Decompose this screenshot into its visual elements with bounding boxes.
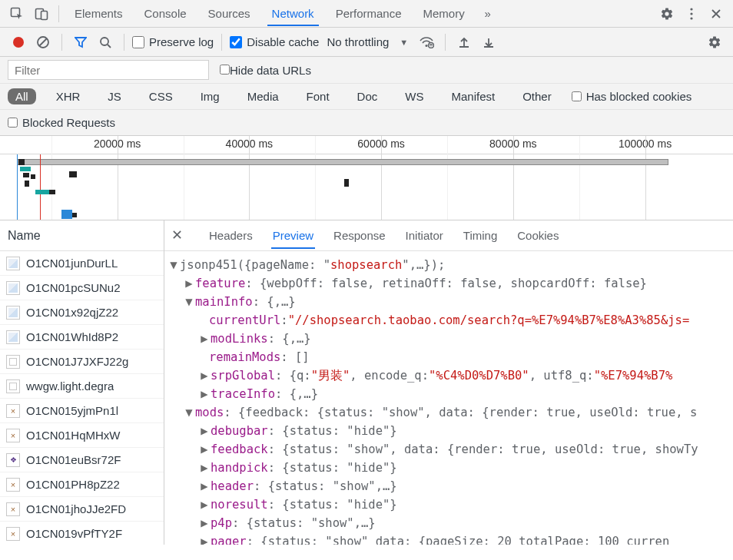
file-type-icon — [6, 379, 20, 393]
file-type-icon — [6, 429, 20, 442]
request-row[interactable]: O1CN01HqMHxW — [0, 423, 164, 448]
type-font[interactable]: Font — [299, 88, 337, 104]
json-preview-tree[interactable]: ▼jsonp451({pageName: "shopsearch",…}); ▶… — [164, 251, 733, 545]
settings-gear-icon[interactable] — [655, 2, 679, 26]
detail-tab-initiator[interactable]: Initiator — [406, 223, 443, 248]
tab-memory[interactable]: Memory — [413, 2, 476, 25]
request-name: O1CN01x92qjZ22 — [26, 306, 118, 319]
file-type-icon — [6, 355, 20, 369]
type-all[interactable]: All — [8, 88, 36, 104]
separator — [221, 34, 222, 51]
hide-data-urls-checkbox[interactable]: Hide data URLs — [220, 64, 311, 77]
filter-icon[interactable] — [70, 31, 91, 53]
request-list: Name O1CN01junDurLLO1CN01pcSUNu2O1CN01x9… — [0, 220, 164, 545]
request-row[interactable]: O1CN01WhId8P2 — [0, 325, 164, 350]
file-type-icon — [6, 478, 20, 492]
type-media[interactable]: Media — [240, 88, 287, 104]
close-devtools-icon[interactable] — [704, 2, 728, 26]
request-name: O1CN01WhId8P2 — [26, 330, 118, 343]
svg-point-3 — [690, 8, 692, 10]
type-filter-bar: All XHR JS CSS Img Media Font Doc WS Man… — [0, 84, 733, 110]
blocked-requests-label: Blocked Requests — [22, 116, 115, 129]
clear-icon[interactable] — [32, 31, 54, 53]
detail-tabs: Headers Preview Response Initiator Timin… — [164, 220, 733, 251]
svg-point-10 — [431, 45, 432, 46]
tab-elements[interactable]: Elements — [64, 2, 134, 25]
file-type-icon — [6, 453, 20, 467]
request-row[interactable]: O1CN01junDurLL — [0, 251, 164, 276]
import-har-icon[interactable] — [453, 31, 475, 53]
blocked-requests-checkbox[interactable]: Blocked Requests — [8, 116, 115, 129]
file-type-icon — [6, 330, 20, 344]
chevron-down-icon: ▼ — [400, 38, 408, 47]
request-row[interactable]: O1CN01euBsr72F — [0, 448, 164, 472]
type-css[interactable]: CSS — [141, 88, 181, 104]
request-detail-pane: Headers Preview Response Initiator Timin… — [164, 220, 733, 545]
type-manifest[interactable]: Manifest — [443, 88, 502, 104]
tab-performance[interactable]: Performance — [325, 2, 413, 25]
hide-data-urls-label: Hide data URLs — [230, 64, 311, 77]
type-other[interactable]: Other — [515, 88, 559, 104]
file-type-icon — [6, 502, 20, 516]
detail-tab-headers[interactable]: Headers — [209, 223, 253, 248]
request-name: O1CN01J7JXFJ22g — [26, 355, 128, 368]
inspect-element-icon[interactable] — [5, 2, 29, 26]
tab-sources[interactable]: Sources — [197, 2, 261, 25]
detail-tab-cookies[interactable]: Cookies — [517, 223, 559, 248]
file-type-icon — [6, 281, 20, 295]
request-row[interactable]: O1CN01jhoJJe2FD — [0, 497, 164, 522]
throttling-select[interactable]: No throttling ▼ — [322, 35, 413, 48]
timeline-ruler: 20000 ms 40000 ms 60000 ms 80000 ms 1000… — [0, 136, 733, 154]
request-name: O1CN01junDurLL — [26, 257, 118, 270]
svg-point-5 — [690, 17, 692, 19]
request-row[interactable]: O1CN015yjmPn1l — [0, 399, 164, 423]
svg-rect-2 — [41, 11, 48, 19]
type-doc[interactable]: Doc — [350, 88, 386, 104]
file-type-icon — [6, 306, 20, 320]
type-js[interactable]: JS — [100, 88, 129, 104]
separator — [58, 5, 59, 22]
kebab-menu-icon[interactable] — [679, 2, 704, 26]
request-row[interactable]: O1CN01J7JXFJ22g — [0, 350, 164, 374]
request-row[interactable]: O1CN01pcSUNu2 — [0, 276, 164, 300]
tab-console[interactable]: Console — [134, 2, 197, 25]
close-detail-icon[interactable] — [172, 229, 189, 242]
file-type-icon — [6, 404, 20, 418]
detail-tab-response[interactable]: Response — [333, 223, 386, 248]
type-xhr[interactable]: XHR — [48, 88, 88, 104]
device-toolbar-icon[interactable] — [29, 2, 54, 26]
network-conditions-icon[interactable] — [416, 31, 437, 53]
throttling-label: No throttling — [327, 35, 389, 48]
export-har-icon[interactable] — [478, 31, 499, 53]
overview-bar — [17, 159, 668, 165]
name-column-header[interactable]: Name — [0, 220, 164, 251]
disable-cache-checkbox[interactable]: Disable cache — [230, 35, 319, 48]
has-blocked-cookies-checkbox[interactable]: Has blocked cookies — [572, 90, 692, 103]
more-tabs-icon[interactable]: » — [476, 2, 500, 26]
record-button[interactable] — [8, 31, 29, 53]
svg-point-4 — [690, 12, 692, 15]
type-img[interactable]: Img — [193, 88, 227, 104]
request-row[interactable]: O1CN019vPfTY2F — [0, 522, 164, 545]
devtools-tabstrip: Elements Console Sources Network Perform… — [0, 0, 733, 28]
detail-tab-timing[interactable]: Timing — [463, 223, 497, 248]
network-settings-gear-icon[interactable] — [704, 31, 725, 53]
request-row[interactable]: wwgw.light.degra — [0, 374, 164, 399]
disable-cache-label: Disable cache — [247, 35, 319, 48]
request-name: O1CN01jhoJJe2FD — [26, 502, 126, 515]
search-icon[interactable] — [95, 31, 116, 53]
tab-network[interactable]: Network — [261, 2, 325, 25]
filter-input[interactable] — [8, 60, 209, 80]
request-name: wwgw.light.degra — [26, 379, 114, 393]
overview-timeline[interactable]: 20000 ms 40000 ms 60000 ms 80000 ms 1000… — [0, 136, 733, 220]
file-type-icon — [6, 257, 20, 270]
request-row[interactable]: O1CN01PH8pZ22 — [0, 472, 164, 497]
preserve-log-checkbox[interactable]: Preserve log — [132, 35, 214, 48]
request-name: O1CN01HqMHxW — [26, 429, 121, 442]
svg-point-7 — [101, 38, 108, 45]
separator — [445, 34, 446, 51]
type-ws[interactable]: WS — [397, 88, 431, 104]
detail-tab-preview[interactable]: Preview — [273, 223, 313, 248]
request-row[interactable]: O1CN01x92qjZ22 — [0, 300, 164, 325]
svg-point-8 — [426, 45, 428, 47]
